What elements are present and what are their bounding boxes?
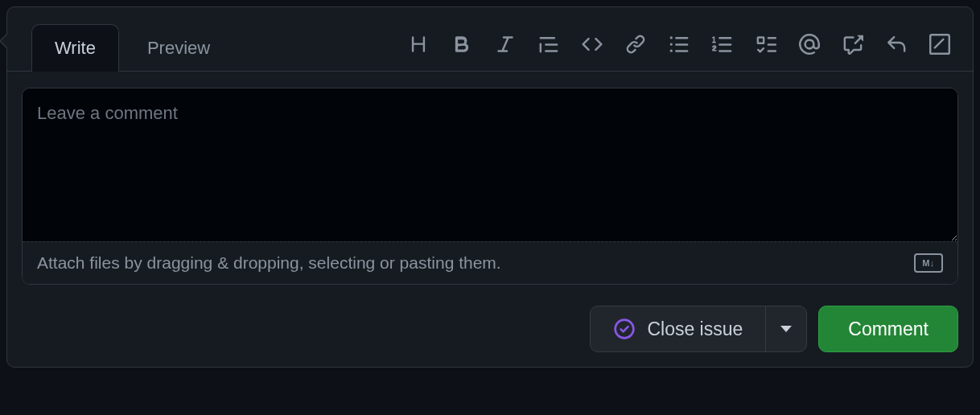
- formatting-toolbar: [408, 34, 958, 55]
- close-issue-group: Close issue: [590, 306, 807, 352]
- bold-icon[interactable]: [451, 34, 472, 55]
- close-issue-button[interactable]: Close issue: [591, 306, 766, 351]
- tabs: Write Preview: [22, 17, 233, 71]
- tabbar: Write Preview: [7, 17, 973, 72]
- issue-closed-icon: [613, 318, 636, 340]
- mention-icon[interactable]: [799, 34, 820, 55]
- close-issue-dropdown[interactable]: [766, 314, 806, 343]
- comment-textarea[interactable]: [23, 88, 957, 241]
- comment-form: Write Preview: [6, 6, 974, 368]
- quote-icon[interactable]: [538, 34, 559, 55]
- comment-button[interactable]: Comment: [818, 306, 958, 352]
- cross-reference-icon[interactable]: [842, 34, 863, 55]
- link-icon[interactable]: [625, 34, 646, 55]
- attach-hint-text: Attach files by dragging & dropping, sel…: [37, 253, 501, 273]
- action-buttons: Close issue Comment: [22, 306, 958, 352]
- editor-area: Attach files by dragging & dropping, sel…: [22, 88, 958, 285]
- unordered-list-icon[interactable]: [669, 34, 690, 55]
- italic-icon[interactable]: [495, 34, 516, 55]
- pointer-decoration-inner: [1, 34, 8, 48]
- heading-icon[interactable]: [408, 34, 429, 55]
- tasklist-icon[interactable]: [756, 34, 776, 55]
- tab-preview[interactable]: Preview: [124, 24, 233, 72]
- code-icon[interactable]: [582, 34, 603, 55]
- chevron-down-icon: [780, 326, 792, 332]
- reply-icon[interactable]: [886, 34, 907, 55]
- close-issue-label: Close issue: [647, 318, 743, 340]
- tab-write[interactable]: Write: [31, 24, 119, 72]
- textarea-wrapper: [23, 88, 957, 241]
- svg-point-0: [616, 320, 634, 339]
- markdown-icon[interactable]: M↓: [914, 253, 943, 273]
- ordered-list-icon[interactable]: [712, 34, 733, 55]
- attach-files-row[interactable]: Attach files by dragging & dropping, sel…: [23, 241, 957, 284]
- slash-command-icon[interactable]: [929, 34, 950, 55]
